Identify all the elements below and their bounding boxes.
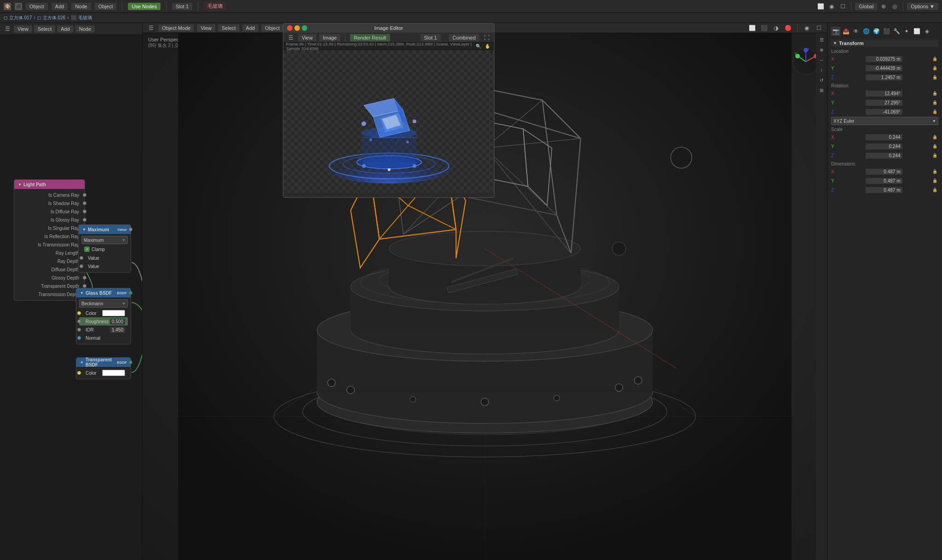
vp-tool1-icon[interactable]: ☰ xyxy=(817,35,826,44)
rot-y-value[interactable] xyxy=(866,100,902,106)
max-clamp-checkbox[interactable]: ✓ xyxy=(84,246,90,252)
props-tab-particles[interactable]: ✦ xyxy=(902,27,911,36)
nav-gizmo[interactable]: X Y Z xyxy=(792,48,820,75)
global-btn[interactable]: Global xyxy=(855,3,877,10)
vp-tool3-icon[interactable]: ↔ xyxy=(817,55,826,64)
node-btn[interactable]: Node xyxy=(75,25,95,33)
ie-view-btn[interactable]: View xyxy=(298,34,316,41)
viewport-shading-icon[interactable]: ⬜ xyxy=(816,2,825,11)
select-btn[interactable]: Select xyxy=(34,25,56,33)
props-tab-material[interactable]: ⬜ xyxy=(912,27,921,36)
scale-z-lock[interactable]: 🔒 xyxy=(931,151,938,160)
xray-icon[interactable]: ☐ xyxy=(838,2,847,11)
vp-tool2-icon[interactable]: ⊕ xyxy=(817,45,826,54)
ie-fullscreen-icon[interactable]: ⛶ xyxy=(482,33,491,42)
vp-tool4-icon[interactable]: ↕ xyxy=(817,65,826,74)
vp-add-btn[interactable]: Add xyxy=(242,24,259,32)
node-toolbar-icon1[interactable]: ☰ xyxy=(3,24,12,34)
node-glass-header[interactable]: ▼ Glass BSDF BSDF xyxy=(76,288,131,297)
rotation-mode-dropdown[interactable]: XYZ Euler ▼ xyxy=(831,117,938,125)
lp-diffuse-socket xyxy=(83,210,86,213)
vp-select-btn[interactable]: Select xyxy=(218,24,240,32)
minimize-btn[interactable] xyxy=(294,25,300,31)
ie-hand-icon[interactable]: ✋ xyxy=(484,43,491,50)
props-tab-scene[interactable]: 🌐 xyxy=(862,27,871,36)
ie-search-icon[interactable]: 🔍 xyxy=(475,43,482,50)
dim-x-lock[interactable]: 🔒 xyxy=(931,167,938,176)
ie-combined-btn[interactable]: Combined xyxy=(449,34,479,41)
glass-roughness-value[interactable]: 0.500 xyxy=(110,319,125,325)
loc-z-value[interactable] xyxy=(866,74,902,80)
props-tab-data[interactable]: ◈ xyxy=(922,27,931,36)
props-tab-render[interactable]: 📷 xyxy=(831,27,840,36)
overlay-icon[interactable]: ◉ xyxy=(827,2,836,11)
lp-singular-ray: Is Singular Ray xyxy=(14,224,85,232)
object-sub-menu-btn[interactable]: Object xyxy=(95,3,117,10)
proportional-icon[interactable]: ◎ xyxy=(890,2,899,11)
dim-z-value[interactable] xyxy=(866,187,902,193)
snap-icon[interactable]: ⊕ xyxy=(879,2,888,11)
object-menu-btn[interactable]: Object xyxy=(26,3,48,10)
loc-x-lock[interactable]: 🔒 xyxy=(931,54,938,63)
rot-y-lock[interactable]: 🔒 xyxy=(931,98,938,107)
glass-color-swatch[interactable] xyxy=(102,310,125,316)
scale-y-value[interactable] xyxy=(866,143,902,149)
max-mode-dropdown[interactable]: Maximum ▼ xyxy=(81,236,128,244)
vp-overlay-icon[interactable]: ◉ xyxy=(802,23,811,33)
glass-ior-value[interactable]: 1.450 xyxy=(110,327,125,333)
options-btn[interactable]: Options ▼ xyxy=(907,3,938,10)
vp-tool5-icon[interactable]: ↺ xyxy=(817,75,826,85)
maximize-btn[interactable] xyxy=(302,25,307,31)
glass-dist-dropdown[interactable]: Beckmann ▼ xyxy=(79,299,128,308)
rot-z-lock[interactable]: 🔒 xyxy=(931,107,938,116)
add-menu-btn[interactable]: Add xyxy=(52,3,68,10)
loc-y-value[interactable] xyxy=(866,65,902,71)
scale-y-lock[interactable]: 🔒 xyxy=(931,142,938,151)
vp-shade1-icon[interactable]: ⬜ xyxy=(747,23,757,33)
loc-z-lock[interactable]: 🔒 xyxy=(931,73,938,82)
vp-tool6-icon[interactable]: ⊞ xyxy=(817,86,826,95)
loc-x-value[interactable] xyxy=(866,56,902,62)
props-tab-view[interactable]: 👁 xyxy=(851,27,861,36)
dim-x-value[interactable] xyxy=(866,169,902,175)
ie-icon1[interactable]: ☰ xyxy=(286,33,295,42)
loc-y-lock[interactable]: 🔒 xyxy=(931,63,938,73)
vp-shade2-icon[interactable]: ⬛ xyxy=(759,23,769,33)
node-transparent-header[interactable]: ▼ Transparent BSDF BSDF xyxy=(76,358,131,367)
scale-x-value[interactable] xyxy=(866,134,902,140)
props-tab-modifier[interactable]: 🔧 xyxy=(892,27,901,36)
ie-render-result-btn[interactable]: Render Result xyxy=(350,34,390,41)
props-tab-output[interactable]: 📤 xyxy=(841,27,850,36)
close-btn[interactable] xyxy=(287,25,293,31)
add-node-btn[interactable]: Add xyxy=(57,25,74,33)
vp-object-btn[interactable]: Object xyxy=(261,24,283,32)
rot-x-value[interactable] xyxy=(866,91,902,97)
vp-xray-icon[interactable]: ☐ xyxy=(814,23,823,33)
vp-view-btn[interactable]: View xyxy=(197,24,215,32)
transform-header[interactable]: ▼ Transform xyxy=(831,40,938,47)
ie-image-btn[interactable]: Image xyxy=(319,34,341,41)
ie-slot-btn[interactable]: Slot 1 xyxy=(420,34,441,41)
trans-color-swatch[interactable] xyxy=(102,370,125,376)
dim-y-value[interactable] xyxy=(866,178,902,184)
dim-y-lock[interactable]: 🔒 xyxy=(931,176,938,185)
dim-z-lock[interactable]: 🔒 xyxy=(931,185,938,194)
vp-shade3-icon[interactable]: ◑ xyxy=(771,23,781,33)
node-maximum-header[interactable]: ▼ Maximum Value xyxy=(79,225,131,234)
slot-btn[interactable]: Slot 1 xyxy=(172,3,192,10)
rot-z-value[interactable] xyxy=(866,109,902,115)
viewport-header-icon[interactable]: ☰ xyxy=(146,23,155,33)
rot-x-lock[interactable]: 🔒 xyxy=(931,89,938,98)
scale-z-value[interactable] xyxy=(866,153,902,159)
props-tab-object[interactable]: ⬛ xyxy=(882,27,891,36)
node-light-path-header[interactable]: ▼ Light Path xyxy=(14,180,85,189)
image-editor-info-bar: Frame:86 | Time:01:15.59 | Remaining:23:… xyxy=(283,43,494,50)
scale-x-lock[interactable]: 🔒 xyxy=(931,132,938,142)
view-btn[interactable]: View xyxy=(14,25,32,33)
use-nodes-btn[interactable]: Use Nodes xyxy=(128,3,160,10)
vp-shade4-icon[interactable]: 🔴 xyxy=(783,23,793,33)
props-tab-world[interactable]: 🌍 xyxy=(872,27,881,36)
node-menu-btn[interactable]: Node xyxy=(71,3,91,10)
location-z-row: Z 🔒 xyxy=(831,73,938,81)
vp-object-mode-btn[interactable]: Object Mode xyxy=(158,24,194,32)
